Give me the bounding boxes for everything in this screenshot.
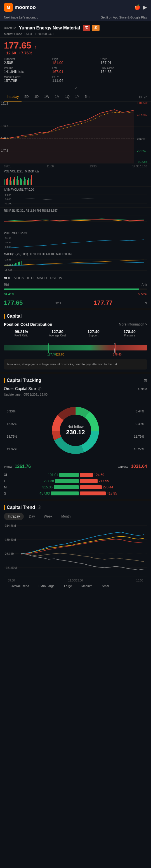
vols-section: VOLS VOL:S:2.398 $1.66 15.83 0.000 [0,230,151,251]
svg-rect-20 [9,180,9,185]
svg-text:-2.000: -2.000 [5,202,12,205]
legend-small: Small [95,584,110,588]
svg-rect-26 [17,176,18,185]
donut-pct-l2: 12.97% [7,422,17,426]
tab-5min[interactable]: 5m [82,93,92,101]
logo-area: M moomoo [4,3,36,12]
ind-tab-macd[interactable]: MACD [37,276,47,280]
tab-1w[interactable]: 1W [41,93,52,101]
support-label: Support [76,334,111,337]
ind-tab-rsi[interactable]: RSI [50,276,55,280]
bid-info: 177.65 [4,299,23,306]
trend-tab-week[interactable]: Week [40,513,56,520]
tabs-row: Intraday 5D 1D 1W 1M 1Q 1Y 5m ⚙ ⤢ [4,93,147,101]
tab-1q[interactable]: 1Q [62,93,72,101]
ind-tab-vol[interactable]: VOL [4,276,11,280]
svg-text:-151.50M: -151.50M [5,566,17,569]
chart-settings-icon[interactable]: ⚙ [139,95,142,99]
position-cost-svg: 127.40 127.80 178.40 [4,342,147,356]
position-grid: 99.21% Profit Ratio 127.80 Average Cost … [4,330,147,337]
svg-text:147.8: 147.8 [1,149,8,152]
size-label-s: S [4,492,9,495]
l-green-bar [55,479,79,483]
legend-xl-dot [32,586,37,586]
buy-button[interactable]: 买 [83,25,90,31]
vol-label: VOL VOL:1221 5.858K lots [4,169,147,174]
chart-expand-icon[interactable]: ⤢ [144,95,147,99]
expand-icon[interactable]: ⌄ [74,85,77,89]
trend-info-icon[interactable]: ⓘ [38,505,41,510]
svg-rect-23 [13,180,14,185]
info-icon[interactable]: ⓘ [38,387,41,391]
svg-text:23.14M: 23.14M [5,552,14,555]
svg-rect-55 [12,265,13,266]
pe-item: P/E™ 111.94 [52,75,99,83]
donut-labels-right: 5.44% 9.49% 11.79% 18.27% [134,400,144,461]
market-info: Market Close 05/31 15:00:00 CCT [4,32,147,36]
prev-close-label: Prev Close [101,66,147,69]
pressure-label: Pressure [112,334,147,337]
position-header: Position Cost Distribution More Informat… [4,322,147,327]
price-section: 177.65 ↑ +12.60 +7.76% Turnover 2.50B Hi… [0,37,151,93]
svg-text:0.000: 0.000 [5,198,11,201]
svg-marker-7 [0,110,134,163]
high-val: 181.00 [52,61,99,65]
ind-tab-kdj[interactable]: KDJ [27,276,34,280]
tab-1y[interactable]: 1Y [72,93,82,101]
size-label-l: L [4,479,9,483]
svg-text:+10.33%: +10.33% [137,102,148,104]
export-icon[interactable]: ⊡ [144,378,147,383]
capital-section-title: Capital [4,314,147,319]
update-time: Update time：05/31/2021 15:00 [4,393,147,397]
trend-tab-month[interactable]: Month [57,513,74,520]
indicator-tabs: VOL VOL% KDJ MACD RSI IV [0,275,151,281]
support-item: 127.40 Support [76,330,111,337]
svg-rect-28 [20,178,21,185]
tab-intraday[interactable]: Intraday [4,93,22,101]
trend-tab-intraday[interactable]: Intraday [4,513,24,520]
apple-icon[interactable]: 🍎 [134,4,140,10]
ask-qty: 9 [145,301,147,305]
order-size-header: Order Capital Size ⓘ Unit:M [4,386,147,392]
ind-tab-volpct[interactable]: VOL% [14,276,24,280]
bid-bar [4,288,139,290]
vols-label: VOLS VOL:S:2.398 [4,231,147,236]
trend-tab-day[interactable]: Day [25,513,39,520]
open-label: Open [101,58,147,61]
volume-item: Volume 141.94K lots [4,66,50,74]
donut-pct-l3: 13.75% [7,435,17,438]
donut-pct-r3: 11.79% [134,435,144,438]
xl-green-val: 191.01 [48,473,58,477]
market-status: Market Close [4,32,22,36]
svg-text:-1.149: -1.149 [5,269,12,272]
svg-text:$1.66: $1.66 [5,237,11,240]
donut-svg [47,402,104,458]
more-info-link[interactable]: More Information > [119,322,147,326]
capital-section: Capital Position Cost Distribution More … [0,308,151,372]
svg-rect-30 [23,181,24,185]
bid-ask-section: Bid Ask 94.41% 5.59% 177.65 151 177.77 9 [0,281,151,308]
trend-x-mid: 11:30/13:00 [68,579,83,582]
sell-button[interactable]: 卖 [92,25,100,31]
tab-1m[interactable]: 1M [52,93,62,101]
legend-large-label: Large [64,584,72,588]
android-icon[interactable]: ▶ [143,4,147,10]
pe-label: P/E™ [52,75,99,79]
l-red-val: 217.55 [99,479,109,483]
bid-ask-prices: 177.65 151 177.77 9 [4,298,147,308]
svg-text:15.83: 15.83 [5,241,11,244]
stock-header: 002812 Yunnan Energy New Material 买 卖 Ma… [0,21,151,37]
prev-close-item: Prev Close 164.85 [101,66,147,74]
svg-rect-56 [14,264,14,266]
ind-tab-iv[interactable]: IV [59,276,62,280]
svg-rect-36 [31,175,32,185]
donut-pct-l1: 8.33% [7,410,17,413]
tab-1d[interactable]: 1D [32,93,41,101]
legend-row: Overall Trend Extra Large Large Medium S… [4,582,147,590]
svg-rect-35 [30,180,31,185]
trend-tabs: Intraday Day Week Month [4,513,147,520]
legend-xl-label: Extra Large [39,584,54,588]
tab-5d[interactable]: 5D [22,93,31,101]
s-green-val: 457.93 [39,492,50,495]
svg-text:0.00%: 0.00% [137,137,145,141]
